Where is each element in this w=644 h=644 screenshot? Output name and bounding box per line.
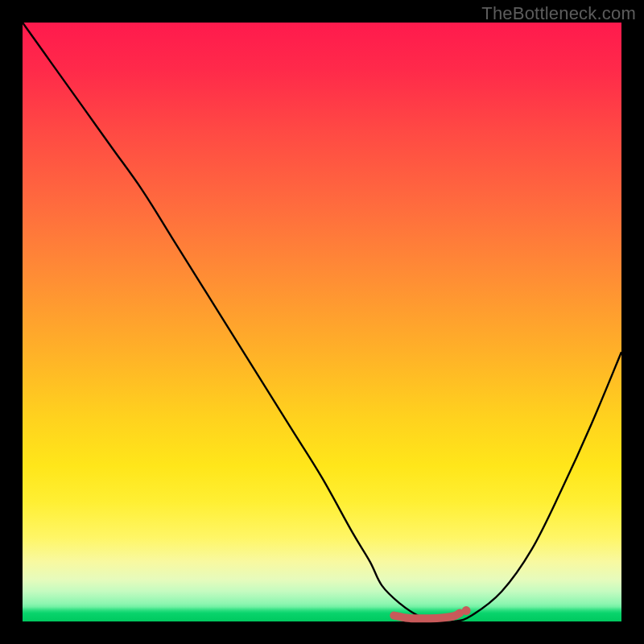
curve-layer xyxy=(23,23,621,621)
optimal-range-marker xyxy=(394,613,460,619)
optimal-range-end-dot xyxy=(462,606,471,615)
bottleneck-curve xyxy=(23,23,621,622)
chart-frame: TheBottleneck.com xyxy=(0,0,644,644)
watermark-text: TheBottleneck.com xyxy=(481,3,636,24)
plot-area xyxy=(23,23,621,621)
